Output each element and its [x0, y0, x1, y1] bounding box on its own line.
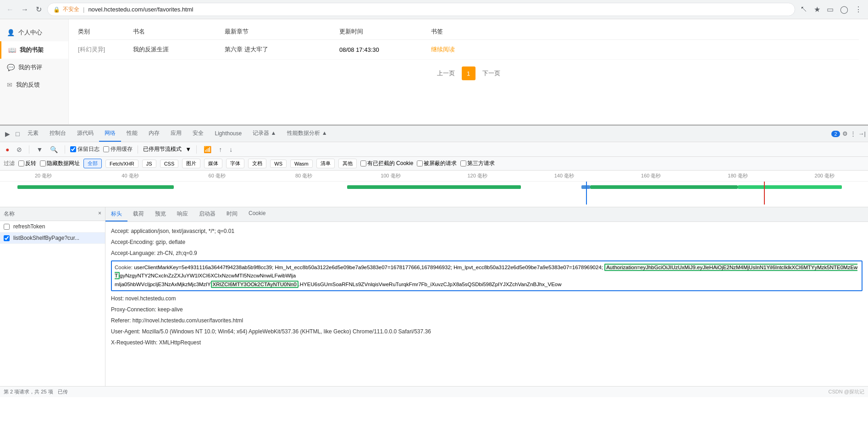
tab-recorder[interactable]: 记录器 ▲: [247, 126, 282, 142]
requests-header: 名称 ×: [0, 207, 105, 221]
stream-mode-label[interactable]: 已停用节流模式: [143, 145, 182, 153]
mark-160: 160 毫秒: [608, 172, 694, 179]
detail-tab-payload[interactable]: 载荷: [127, 207, 149, 221]
refresh-token-checkbox[interactable]: [4, 224, 10, 230]
settings-icon[interactable]: ⚙: [842, 130, 848, 137]
tab-perf-insights[interactable]: 性能数据分析 ▲: [282, 126, 332, 142]
filter-wasm-btn[interactable]: Wasm: [290, 160, 313, 168]
referer-name: Referer:: [111, 317, 131, 324]
sidebar-item-bookshelf[interactable]: 📖 我的书架: [0, 41, 68, 59]
forward-button[interactable]: →: [19, 4, 30, 16]
tab-console[interactable]: 控制台: [44, 126, 72, 142]
download-icon[interactable]: ↓: [227, 145, 234, 154]
next-page-btn[interactable]: 下一页: [482, 69, 500, 77]
preserve-log-checkbox[interactable]: 保留日志: [70, 145, 100, 153]
extend-icon[interactable]: ▭: [825, 4, 835, 15]
filter-bar: 过滤 反转 隐藏数据网址 全部 Fetch/XHR JS CSS 图片 媒体 字…: [0, 157, 868, 171]
cookie-box: Cookie: userClientMarkKey=5e4931116a3644…: [111, 260, 862, 291]
detail-tab-headers[interactable]: 标头: [105, 207, 127, 221]
cookie-name: Cookie:: [115, 265, 134, 270]
tab-performance[interactable]: 性能: [121, 126, 143, 142]
hide-data-urls-checkbox[interactable]: 隐藏数据网址: [40, 160, 80, 167]
invert-checkbox[interactable]: 反转: [18, 160, 36, 167]
request-item-refresh-token[interactable]: refreshToken: [0, 221, 105, 232]
blocked-requests-checkbox[interactable]: 被屏蔽的请求: [417, 160, 457, 167]
tab-memory[interactable]: 内存: [143, 126, 165, 142]
accept-name: Accept:: [111, 228, 129, 234]
filter-button[interactable]: ▼: [34, 145, 44, 154]
sidebar-item-feedback[interactable]: ✉ 我的反馈: [0, 76, 68, 94]
filter-ws-btn[interactable]: WS: [270, 160, 287, 168]
transferred-label: 已传: [58, 388, 68, 395]
filter-manifest-btn[interactable]: 清单: [316, 159, 335, 168]
menu-icon[interactable]: ⋮: [853, 4, 863, 15]
blocked-cookies-checkbox[interactable]: 有已拦截的 Cookie: [360, 160, 414, 167]
tab-application[interactable]: 应用: [165, 126, 187, 142]
sidebar-item-personal-center[interactable]: 👤 个人中心: [0, 24, 68, 41]
disable-cache-input[interactable]: [103, 146, 109, 152]
row-chapter[interactable]: 第六章 进大牢了: [225, 45, 339, 54]
tab-elements[interactable]: 元素: [22, 126, 44, 142]
wifi-icon[interactable]: 📶: [202, 145, 213, 154]
tab-security[interactable]: 安全: [187, 126, 209, 142]
filter-media-btn[interactable]: 媒体: [204, 159, 222, 168]
blocked-cookies-input[interactable]: [360, 160, 366, 166]
accept-encoding-name: Accept-Encoding:: [111, 239, 154, 245]
sidebar: 👤 个人中心 📖 我的书架 💬 我的书评 ✉ 我的反馈: [0, 19, 69, 124]
detail-tab-cookies[interactable]: Cookie: [243, 207, 271, 221]
filter-all-btn[interactable]: 全部: [83, 159, 102, 168]
detail-content: Accept: application/json, text/javascrip…: [105, 222, 868, 352]
detail-tab-preview[interactable]: 预览: [149, 207, 171, 221]
row-title[interactable]: 我的反派生涯: [133, 45, 225, 54]
tab-network[interactable]: 网络: [99, 126, 121, 142]
list-bookshelf-checkbox[interactable]: [4, 235, 10, 241]
third-party-input[interactable]: [460, 160, 466, 166]
mark-200: 200 毫秒: [781, 172, 868, 179]
back-button[interactable]: ←: [5, 4, 16, 16]
preserve-log-input[interactable]: [70, 146, 76, 152]
cursor-icon[interactable]: ▶: [2, 128, 13, 139]
detail-tabs: 标头 载荷 预览 响应 启动器 时间 Cookie: [105, 207, 868, 222]
disable-cache-checkbox[interactable]: 停用缓存: [103, 145, 133, 153]
inspect-icon[interactable]: □: [13, 128, 22, 139]
third-party-checkbox[interactable]: 第三方请求: [460, 160, 495, 167]
address-bar[interactable]: 🔒 不安全 | novel.hctestedu.com/user/favorit…: [47, 3, 795, 16]
detail-tab-timing[interactable]: 时间: [221, 207, 243, 221]
filter-fetch-xhr-btn[interactable]: Fetch/XHR: [105, 160, 138, 168]
detail-tab-initiator[interactable]: 启动器: [194, 207, 221, 221]
search-button[interactable]: 🔍: [48, 145, 60, 154]
devtools-toolbar: ● ⊘ ▼ 🔍 保留日志 停用缓存 已停用节流模式 ▼ 📶 ↑ ↓: [0, 142, 868, 157]
dock-icon[interactable]: →|: [858, 130, 866, 137]
row-continue-btn[interactable]: 继续阅读: [431, 45, 477, 54]
record-button[interactable]: ●: [4, 145, 11, 154]
filter-img-btn[interactable]: 图片: [182, 159, 200, 168]
tab-sources[interactable]: 源代码: [72, 126, 99, 142]
more-options-icon[interactable]: ⋮: [850, 130, 856, 137]
filter-doc-btn[interactable]: 文档: [248, 159, 266, 168]
hide-data-urls-input[interactable]: [40, 160, 46, 166]
blocked-cookies-label: 有已拦截的 Cookie: [367, 160, 414, 167]
sidebar-item-reviews[interactable]: 💬 我的书评: [0, 59, 68, 76]
invert-input[interactable]: [18, 160, 24, 166]
share-icon[interactable]: ⭦: [799, 4, 809, 15]
filter-css-btn[interactable]: CSS: [160, 160, 179, 168]
blocked-requests-input[interactable]: [417, 160, 423, 166]
current-page: 1: [462, 66, 475, 80]
filter-other-btn[interactable]: 其他: [338, 159, 357, 168]
filter-js-btn[interactable]: JS: [142, 160, 156, 168]
star-icon[interactable]: ★: [813, 4, 822, 15]
stream-dropdown-icon[interactable]: ▼: [185, 146, 191, 153]
prev-page-btn[interactable]: 上一页: [437, 69, 455, 77]
x-requested-name: X-Requested-With:: [111, 339, 157, 346]
profile-icon[interactable]: ◯: [839, 4, 850, 15]
table-row: [科幻灵异] 我的反派生涯 第六章 进大牢了 08/08 17:43:30 继续…: [78, 40, 859, 60]
upload-icon[interactable]: ↑: [217, 145, 224, 154]
proxy-value: keep-alive: [158, 306, 183, 313]
close-panel-btn[interactable]: ×: [98, 210, 101, 218]
stop-button[interactable]: ⊘: [15, 145, 24, 154]
request-item-list-bookshelf[interactable]: listBookShelfByPage?cur...: [0, 232, 105, 244]
detail-tab-response[interactable]: 响应: [171, 207, 194, 221]
tab-lighthouse[interactable]: Lighthouse: [209, 127, 247, 141]
filter-font-btn[interactable]: 字体: [226, 159, 244, 168]
reload-button[interactable]: ↻: [34, 3, 44, 16]
